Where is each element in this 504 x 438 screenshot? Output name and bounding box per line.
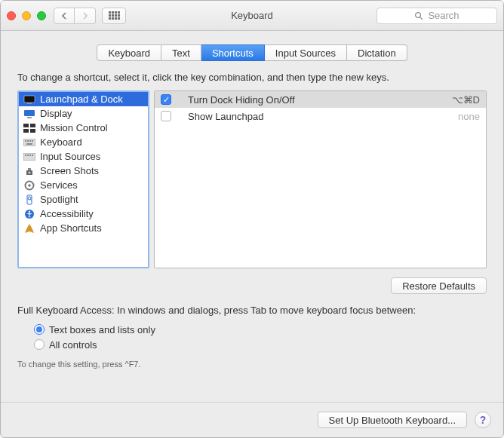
svg-rect-10 — [23, 139, 35, 146]
tab-shortcuts[interactable]: Shortcuts — [201, 44, 265, 61]
shortcut-checkbox[interactable]: ✓ — [161, 94, 171, 105]
svg-rect-7 — [30, 124, 35, 127]
svg-rect-14 — [32, 140, 33, 142]
fka-subhint: To change this setting, press ^F7. — [17, 360, 487, 369]
shortcut-row[interactable]: Show Launchpad none — [155, 108, 486, 124]
tab-dictation[interactable]: Dictation — [347, 44, 407, 61]
svg-point-23 — [29, 171, 31, 173]
tab-text[interactable]: Text — [161, 44, 201, 61]
shortcut-label: Turn Dock Hiding On/Off — [177, 94, 446, 106]
input-sources-icon — [23, 152, 35, 162]
close-window-button[interactable] — [7, 11, 16, 20]
category-spotlight[interactable]: Spotlight — [19, 192, 148, 207]
category-app-shortcuts[interactable]: App Shortcuts — [19, 221, 148, 235]
category-label: Launchpad & Dock — [40, 93, 123, 105]
search-field[interactable]: Search — [376, 8, 497, 24]
category-input-sources[interactable]: Input Sources — [19, 149, 148, 164]
restore-defaults-wrap: Restore Defaults — [17, 277, 487, 294]
svg-rect-11 — [25, 140, 26, 142]
shortcut-key[interactable]: none — [458, 111, 480, 122]
svg-rect-16 — [23, 153, 35, 161]
svg-rect-22 — [28, 168, 31, 170]
back-button[interactable] — [54, 8, 75, 24]
restore-defaults-button[interactable]: Restore Defaults — [391, 277, 487, 294]
category-label: Services — [40, 179, 78, 191]
minimize-window-button[interactable] — [22, 11, 31, 20]
category-label: Screen Shots — [40, 165, 99, 176]
category-label: App Shortcuts — [40, 222, 102, 234]
svg-rect-17 — [25, 155, 26, 156]
help-button[interactable]: ? — [475, 412, 491, 428]
screen-shots-icon — [23, 166, 35, 176]
svg-rect-19 — [29, 155, 31, 156]
shortcut-key[interactable]: ⌥⌘D — [452, 94, 480, 106]
keyboard-icon — [23, 137, 35, 148]
radio-button[interactable] — [34, 324, 45, 335]
instruction-text: To change a shortcut, select it, click t… — [17, 72, 487, 83]
category-screen-shots[interactable]: Screen Shots — [19, 164, 148, 178]
svg-point-25 — [28, 184, 31, 187]
panes: Launchpad & Dock Display Mission Control… — [17, 90, 487, 268]
category-label: Keyboard — [40, 136, 82, 148]
tabs-container: Keyboard Text Shortcuts Input Sources Di… — [1, 31, 503, 67]
app-shortcuts-icon — [23, 223, 35, 234]
radio-label: All controls — [49, 339, 97, 351]
category-launchpad-dock[interactable]: Launchpad & Dock — [19, 92, 148, 106]
traffic-lights — [7, 11, 46, 20]
shortcut-checkbox[interactable] — [161, 111, 171, 121]
titlebar: Keyboard Search — [1, 1, 503, 31]
svg-point-30 — [29, 210, 30, 212]
category-label: Mission Control — [40, 122, 108, 133]
shortcut-list-pane: ✓ Turn Dock Hiding On/Off ⌥⌘D Show Launc… — [154, 90, 487, 268]
svg-point-0 — [416, 12, 421, 17]
svg-rect-13 — [29, 140, 31, 142]
category-display[interactable]: Display — [19, 106, 148, 121]
category-label: Spotlight — [40, 194, 78, 205]
show-all-button[interactable] — [102, 8, 126, 24]
svg-rect-4 — [24, 110, 35, 116]
launchpad-icon — [23, 94, 35, 105]
category-label: Accessibility — [40, 208, 94, 219]
svg-rect-12 — [27, 140, 29, 142]
preferences-window: Keyboard Search Keyboard Text Shortcuts … — [0, 0, 504, 438]
zoom-window-button[interactable] — [37, 11, 46, 20]
category-accessibility[interactable]: Accessibility — [19, 207, 148, 221]
display-icon — [23, 109, 35, 119]
svg-rect-6 — [23, 124, 29, 127]
category-list[interactable]: Launchpad & Dock Display Mission Control… — [19, 92, 148, 235]
svg-rect-8 — [23, 129, 29, 133]
svg-rect-15 — [26, 143, 32, 145]
full-keyboard-access-heading: Full Keyboard Access: In windows and dia… — [17, 305, 487, 316]
category-services[interactable]: Services — [19, 178, 148, 192]
shortcut-row[interactable]: ✓ Turn Dock Hiding On/Off ⌥⌘D — [155, 91, 486, 108]
services-icon — [23, 180, 35, 191]
svg-rect-9 — [30, 129, 35, 133]
grid-icon — [109, 11, 120, 20]
svg-rect-20 — [32, 155, 33, 156]
footer: Set Up Bluetooth Keyboard... ? — [1, 402, 503, 437]
fka-option-all-controls[interactable]: All controls — [34, 337, 487, 352]
svg-rect-3 — [27, 103, 32, 104]
tabs: Keyboard Text Shortcuts Input Sources Di… — [97, 44, 407, 61]
category-mission-control[interactable]: Mission Control — [19, 121, 148, 135]
forward-button[interactable] — [75, 8, 96, 24]
setup-bluetooth-keyboard-button[interactable]: Set Up Bluetooth Keyboard... — [318, 412, 467, 428]
search-placeholder: Search — [428, 10, 459, 21]
accessibility-icon — [23, 209, 35, 219]
fka-option-text-boxes[interactable]: Text boxes and lists only — [34, 322, 487, 337]
full-keyboard-access-options: Text boxes and lists only All controls — [34, 322, 487, 352]
svg-rect-2 — [24, 96, 35, 103]
mission-control-icon — [23, 123, 35, 133]
tab-keyboard[interactable]: Keyboard — [97, 44, 161, 61]
search-icon — [414, 11, 423, 20]
radio-label: Text boxes and lists only — [49, 324, 155, 335]
radio-button[interactable] — [34, 339, 45, 350]
category-label: Display — [40, 108, 72, 119]
svg-line-1 — [420, 17, 423, 19]
category-label: Input Sources — [40, 151, 100, 162]
tab-input-sources[interactable]: Input Sources — [265, 44, 347, 61]
nav-buttons — [54, 8, 96, 24]
spotlight-icon — [23, 194, 35, 205]
category-list-pane: Launchpad & Dock Display Mission Control… — [17, 90, 149, 268]
category-keyboard[interactable]: Keyboard — [19, 135, 148, 149]
